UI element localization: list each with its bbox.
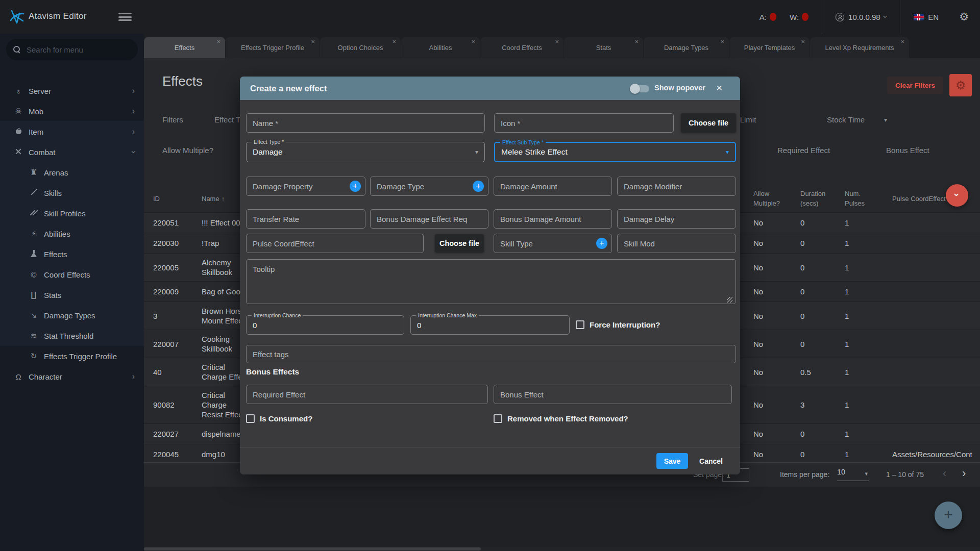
skill-type-field[interactable]: + (494, 234, 612, 253)
menu-toggle-icon[interactable] (118, 13, 132, 21)
add-damage-property-button[interactable]: + (350, 181, 361, 192)
bonus-effect-input[interactable] (494, 390, 731, 399)
icon-field[interactable] (494, 113, 674, 133)
effect-sub-type-select[interactable]: Effect Sub Type * Melee Strike Effect ▾ (494, 142, 736, 162)
damage-property-input[interactable] (247, 182, 365, 191)
sidebar-item-effects-trigger-profile[interactable]: ↻ Effects Trigger Profile (0, 346, 144, 366)
bonus-damage-effect-req-input[interactable] (371, 215, 488, 223)
close-icon[interactable]: × (716, 82, 722, 94)
effect-tags-field[interactable] (246, 345, 736, 363)
interruption-chance-max-field[interactable]: Interruption Chance Max (410, 315, 570, 335)
cancel-button[interactable]: Cancel (694, 453, 728, 469)
sidebar-item-item[interactable]: Item › (0, 121, 144, 142)
bonus-damage-effect-req-field[interactable] (370, 209, 488, 229)
checkbox-icon[interactable] (494, 414, 502, 423)
damage-modifier-field[interactable] (617, 177, 736, 196)
damage-type-field[interactable]: + (370, 177, 488, 196)
save-button[interactable]: Save (656, 453, 688, 469)
stock-time-caret-icon[interactable]: ▾ (884, 116, 887, 123)
pulse-coordeffect-input[interactable] (247, 239, 423, 248)
tab-close-icon[interactable]: × (720, 38, 724, 45)
tab-close-icon[interactable]: × (216, 38, 220, 45)
tab-option-choices[interactable]: Option Choices × (320, 37, 401, 58)
force-interruption-checkbox[interactable]: Force Interruption? (576, 320, 660, 329)
tab-close-icon[interactable]: × (555, 38, 559, 45)
col-header-duration[interactable]: Duration (secs) (800, 185, 845, 212)
is-consumed-checkbox[interactable]: Is Consumed? (246, 414, 312, 423)
clear-filters-button[interactable]: Clear Filters (887, 77, 943, 94)
next-page-button[interactable]: › (962, 467, 966, 480)
sidebar-item-mob[interactable]: ☠ Mob › (0, 101, 144, 121)
search-input[interactable] (27, 45, 124, 54)
tab-close-icon[interactable]: × (311, 38, 315, 45)
table-settings-button[interactable]: ⚙ (949, 74, 972, 96)
damage-amount-input[interactable] (494, 182, 611, 191)
interruption-chance-max-input[interactable] (411, 321, 569, 330)
interruption-chance-field[interactable]: Interruption Chance (246, 315, 404, 335)
skill-mod-input[interactable] (618, 239, 736, 248)
sidebar-item-skills[interactable]: Skills (0, 183, 144, 203)
tab-level-xp-requirements[interactable]: Level Xp Requirements × (810, 37, 909, 58)
sidebar-item-coord-effects[interactable]: © Coord Effects (0, 264, 144, 285)
sidebar-item-damage-types[interactable]: ↘ Damage Types (0, 305, 144, 325)
tab-close-icon[interactable]: × (900, 38, 904, 45)
tooltip-textarea[interactable] (246, 259, 736, 304)
add-damage-type-button[interactable]: + (473, 181, 484, 192)
damage-modifier-input[interactable] (618, 182, 736, 191)
server-selector[interactable]: 10.0.0.98 › (822, 13, 900, 21)
sidebar-item-stats[interactable]: ∐ Stats (0, 285, 144, 305)
settings-gear-icon[interactable]: ⚙ (952, 11, 980, 23)
name-input[interactable] (247, 119, 484, 128)
checkbox-icon[interactable] (246, 414, 255, 423)
interruption-chance-input[interactable] (247, 321, 404, 330)
sidebar-item-abilities[interactable]: ⚡ Abilities (0, 223, 144, 244)
name-field[interactable] (246, 113, 485, 133)
sidebar-item-arenas[interactable]: ♜ Arenas (0, 162, 144, 183)
language-selector[interactable]: EN (900, 13, 952, 21)
damage-delay-input[interactable] (618, 215, 736, 223)
sidebar-item-stat-threshold[interactable]: ≋ Stat Threshold (0, 325, 144, 346)
col-header-num-pulses[interactable]: Num. Pulses (845, 185, 892, 212)
damage-type-input[interactable] (371, 182, 488, 191)
filter-allow-multiple[interactable]: Allow Multiple? (162, 146, 213, 155)
required-effect-input[interactable] (247, 390, 487, 399)
sidebar-search[interactable] (6, 39, 138, 60)
sidebar-item-combat[interactable]: Combat › (0, 142, 144, 162)
removed-when-effect-removed-checkbox[interactable]: Removed when Effect Removed? (494, 414, 628, 423)
filter-stock-time[interactable]: Stock Time (827, 115, 865, 124)
skill-type-input[interactable] (494, 239, 611, 248)
sidebar-item-skill-profiles[interactable]: Skill Profiles (0, 203, 144, 223)
icon-choose-file-button[interactable]: Choose file (681, 113, 736, 133)
tab-close-icon[interactable]: × (392, 38, 396, 45)
show-popover-toggle[interactable] (631, 85, 649, 92)
pulse-coordeffect-field[interactable] (246, 234, 424, 253)
sidebar-item-server[interactable]: ♁ Server › (0, 81, 144, 101)
damage-property-field[interactable]: + (246, 177, 365, 196)
tab-abilities[interactable]: Abilities × (401, 37, 480, 58)
tab-player-templates[interactable]: Player Templates × (729, 37, 810, 58)
col-header-id[interactable]: ID (153, 190, 202, 208)
tab-close-icon[interactable]: × (801, 38, 805, 45)
icon-input[interactable] (495, 119, 673, 128)
scrollbar-thumb[interactable] (144, 547, 481, 550)
add-skill-type-button[interactable]: + (596, 238, 607, 249)
tab-damage-types[interactable]: Damage Types × (644, 37, 729, 58)
checkbox-icon[interactable] (576, 320, 584, 329)
tab-effects-trigger-profile[interactable]: Effects Trigger Profile × (226, 37, 320, 58)
tab-stats[interactable]: Stats × (564, 37, 643, 58)
bonus-effect-field[interactable] (494, 385, 732, 404)
transfer-rate-input[interactable] (247, 215, 365, 223)
filter-required-effect[interactable]: Required Effect (777, 146, 830, 155)
skill-mod-field[interactable] (617, 234, 736, 253)
collapse-filters-button[interactable]: › (946, 184, 968, 207)
effect-type-select[interactable]: Effect Type * Damage ▾ (246, 142, 485, 162)
pulse-choose-file-button[interactable]: Choose file (435, 234, 484, 253)
tab-close-icon[interactable]: × (634, 38, 639, 45)
transfer-rate-field[interactable] (246, 209, 365, 229)
col-header-allow-multiple[interactable]: Allow Multiple? (753, 185, 800, 212)
damage-delay-field[interactable] (617, 209, 736, 229)
required-effect-field[interactable] (246, 385, 488, 404)
tab-effects[interactable]: Effects × (144, 37, 225, 58)
bonus-damage-amount-input[interactable] (494, 215, 611, 223)
sidebar-item-character[interactable]: Ω Character › (0, 366, 144, 387)
